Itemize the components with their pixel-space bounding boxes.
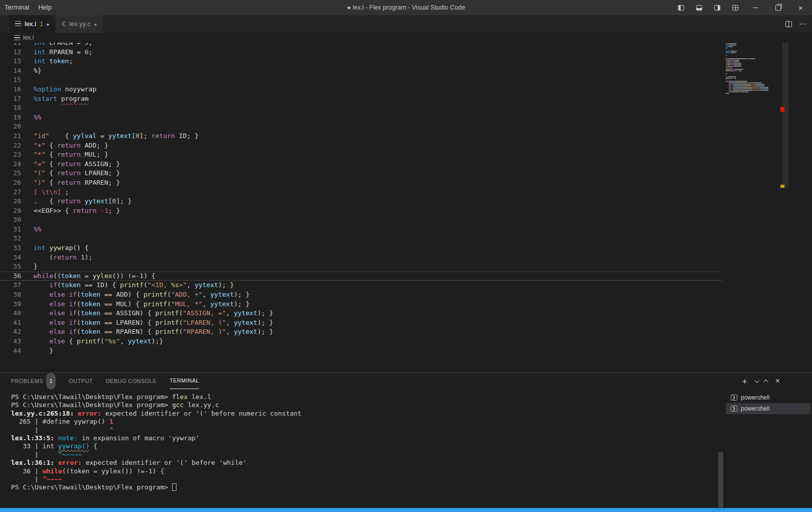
tab-output[interactable]: OUTPUT xyxy=(69,373,93,389)
code-line[interactable]: 19%% xyxy=(0,113,722,122)
code-line[interactable]: 18 xyxy=(0,103,722,113)
code-line[interactable]: 27[ \t\n] ; xyxy=(0,188,722,197)
toggle-panel-icon[interactable] xyxy=(690,0,708,15)
code-line[interactable]: 35} xyxy=(0,262,722,272)
code-line[interactable]: 14%} xyxy=(0,66,722,76)
line-number: 16 xyxy=(0,85,21,94)
line-number: 38 xyxy=(0,290,21,300)
tab-lex-yy-c[interactable]: C lex.yy.c xyxy=(55,15,103,33)
line-number: 25 xyxy=(0,169,21,178)
menu-help[interactable]: Help xyxy=(34,0,56,15)
panel-tab-label: OUTPUT xyxy=(69,373,93,389)
split-editor-icon[interactable] xyxy=(785,21,792,27)
code-line[interactable]: 43 else { printf("%s", yytext);} xyxy=(0,337,722,346)
terminal-dropdown-icon[interactable] xyxy=(754,378,759,383)
panel-tab-label: PROBLEMS xyxy=(11,373,43,389)
code-line[interactable]: 11int LPAREN = 5; xyxy=(0,43,722,48)
editor-lines[interactable]: 11int LPAREN = 5;12int RPAREN = 6;13int … xyxy=(0,43,722,355)
new-terminal-icon[interactable]: + xyxy=(742,377,747,386)
code-line[interactable]: 15 xyxy=(0,75,722,85)
code-line[interactable]: 24"=" { return ASSIGN; } xyxy=(0,160,722,169)
restore-button[interactable] xyxy=(767,0,789,15)
line-number: 26 xyxy=(0,178,21,188)
code-line[interactable]: 26")" { return RPAREN; } xyxy=(0,178,722,188)
editor[interactable]: 11int LPAREN = 5;12int RPAREN = 6;13int … xyxy=(0,43,812,372)
line-number: 12 xyxy=(0,48,21,57)
line-number: 22 xyxy=(0,141,21,151)
terminal-output[interactable]: PS C:\Users\Tawail\Desktop\Flex program>… xyxy=(0,389,722,508)
status-bar[interactable] xyxy=(0,508,812,512)
file-icon xyxy=(15,21,21,27)
code-line[interactable]: 30 xyxy=(0,215,722,225)
more-actions-icon[interactable]: ⋯ xyxy=(799,20,807,29)
tab-label: lex.yy.c xyxy=(69,20,90,28)
code-line[interactable]: 22"+" { return ADD; } xyxy=(0,141,722,151)
code-line[interactable]: 29<<EOF>> { return -1; } xyxy=(0,206,722,216)
code-line[interactable]: 12int RPAREN = 6; xyxy=(0,48,722,57)
code-line[interactable]: 16%option noyywrap xyxy=(0,85,722,94)
terminal-line: 33 | int yywrap() { xyxy=(11,442,722,450)
dirty-indicator-icon[interactable] xyxy=(47,20,49,28)
menu-terminal[interactable]: Terminal xyxy=(0,0,34,15)
line-number: 19 xyxy=(0,113,21,122)
title-bar: Terminal Help ● lex.l - Flex program - V… xyxy=(0,0,812,15)
code-line[interactable]: 21"id" { yylval = yytext[0]; return ID; … xyxy=(0,132,722,141)
tab-debug-console[interactable]: DEBUG CONSOLE xyxy=(106,373,156,389)
line-number: 40 xyxy=(0,309,21,318)
close-button[interactable]: × xyxy=(789,0,812,15)
close-panel-icon[interactable]: × xyxy=(775,377,780,385)
code-line[interactable]: 23"*" { return MUL; } xyxy=(0,150,722,160)
code-line[interactable]: 20 xyxy=(0,122,722,132)
terminal-list-item-active[interactable]: ❯ powershell xyxy=(726,403,811,414)
line-number: 35 xyxy=(0,262,21,272)
code-line[interactable]: 42 else if(token == RPAREN) { printf("RP… xyxy=(0,327,722,337)
terminal-scrollbar[interactable] xyxy=(718,452,723,507)
code-line[interactable]: 31%% xyxy=(0,225,722,234)
code-line[interactable]: 41 else if(token == LPAREN) { printf("LP… xyxy=(0,318,722,328)
problems-count-badge: 1 xyxy=(46,373,56,390)
breadcrumb[interactable]: lex.l xyxy=(0,33,812,43)
code-line[interactable]: 33int yywrap() { xyxy=(0,243,722,253)
maximize-panel-icon[interactable] xyxy=(763,379,768,384)
line-number: 36 xyxy=(0,272,21,281)
terminal-icon: ❯ xyxy=(731,395,737,401)
code-line[interactable]: 17%start program xyxy=(0,94,722,104)
line-number: 20 xyxy=(0,122,21,132)
code-line[interactable]: 32 xyxy=(0,234,722,243)
panel-actions: + × xyxy=(742,373,780,389)
code-line[interactable]: 37 if(token == ID) { printf("<ID, %s>", … xyxy=(0,281,722,290)
terminal-line: 265 | #define yywrap() 1 xyxy=(11,418,722,426)
code-line[interactable]: 13int token; xyxy=(0,57,722,66)
line-number: 28 xyxy=(0,197,21,206)
customize-layout-icon[interactable] xyxy=(726,0,744,15)
toggle-secondary-sidebar-icon[interactable] xyxy=(708,0,726,15)
overview-error-marker xyxy=(780,107,784,112)
dirty-indicator-icon[interactable] xyxy=(94,20,96,28)
tab-terminal[interactable]: TERMINAL xyxy=(170,373,199,389)
editor-scrollbar[interactable] xyxy=(782,43,788,188)
line-number: 24 xyxy=(0,160,21,169)
line-number: 31 xyxy=(0,225,21,234)
editor-actions: ⋯ xyxy=(785,15,807,33)
tab-problems[interactable]: PROBLEMS 1 xyxy=(11,373,56,389)
breadcrumb-file[interactable]: lex.l xyxy=(23,34,34,41)
minimap[interactable] xyxy=(726,43,780,94)
panel-header: PROBLEMS 1 OUTPUT DEBUG CONSOLE TERMINAL… xyxy=(0,373,812,389)
terminal-line: lex.l:33:5: note: in expansion of macro … xyxy=(11,434,722,442)
terminal-line: PS C:\Users\Tawail\Desktop\Flex program> xyxy=(11,483,722,491)
code-line[interactable]: 34 (return 1); xyxy=(0,253,722,263)
minimize-button[interactable] xyxy=(744,0,767,15)
terminal-list-item[interactable]: ❯ powershell xyxy=(726,392,811,403)
code-line[interactable]: 25"(" { return LPAREN; } xyxy=(0,169,722,178)
toggle-sidebar-icon[interactable] xyxy=(672,0,690,15)
code-line[interactable]: 44 } xyxy=(0,346,722,356)
window-title: ● lex.l - Flex program - Visual Studio C… xyxy=(347,4,465,11)
line-number: 42 xyxy=(0,327,21,337)
panel-tab-label: DEBUG CONSOLE xyxy=(106,373,156,389)
code-line[interactable]: 39 else if(token == MUL) { printf("MUL, … xyxy=(0,300,722,309)
code-line[interactable]: 28. { return yytext[0]; } xyxy=(0,197,722,206)
tab-lex-l[interactable]: lex.l 1 xyxy=(9,15,55,33)
code-line[interactable]: 40 else if(token == ASSIGN) { printf("AS… xyxy=(0,309,722,318)
code-line[interactable]: 36while((token = yylex()) !=-1) { xyxy=(0,272,722,281)
code-line[interactable]: 38 else if(token == ADD) { printf("ADD, … xyxy=(0,290,722,300)
